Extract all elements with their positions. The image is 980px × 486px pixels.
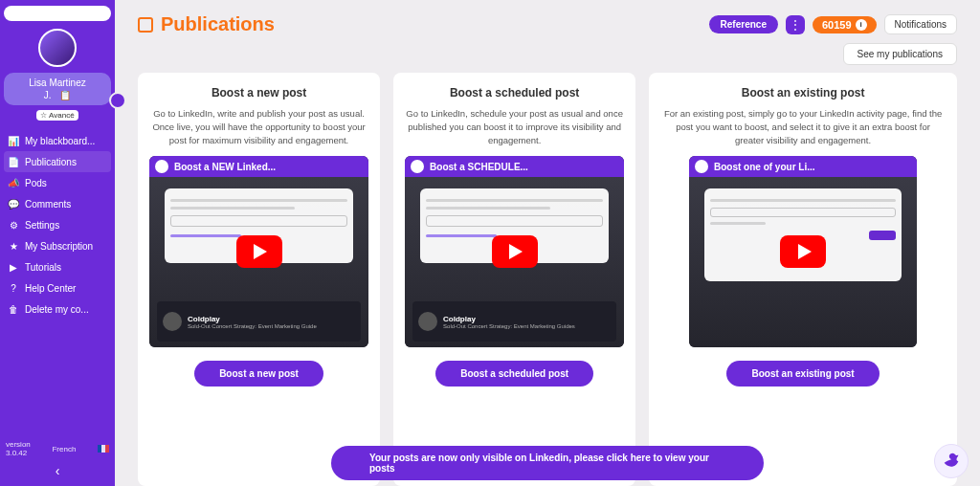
user-first-name: Lisa: [29, 77, 46, 88]
coin-balance[interactable]: 60159 i: [813, 16, 877, 33]
video-title: Boost a SCHEDULE...: [430, 162, 528, 172]
gear-icon: ⚙: [8, 219, 19, 231]
video-title: Boost one of your Li...: [714, 162, 815, 172]
nav-delete[interactable]: 🗑Delete my co...: [4, 298, 111, 320]
main-content: Publications Reference ⋮ 60159 i Notific…: [115, 0, 980, 486]
linkedin-banner[interactable]: Your posts are now only visible on Linke…: [331, 446, 764, 480]
video-channel-icon: [695, 160, 708, 173]
more-menu[interactable]: ⋮: [786, 15, 805, 34]
video-title: Boost a NEW Linked...: [174, 162, 276, 172]
card-title: Boost a new post: [212, 86, 306, 99]
topbar: Publications Reference ⋮ 60159 i Notific…: [138, 13, 957, 35]
version-label: version: [6, 440, 31, 449]
rank-badge: ☆ Avancé: [36, 110, 78, 121]
top-actions: Reference ⋮ 60159 i Notifications: [709, 14, 957, 34]
language-label[interactable]: French: [52, 445, 76, 453]
card-boost-new: Boost a new post Go to LinkedIn, write a…: [138, 73, 380, 486]
play-button-icon[interactable]: [780, 235, 826, 268]
video-channel-icon: [155, 160, 168, 173]
nav-help[interactable]: ?Help Center: [4, 277, 111, 298]
sidebar-footer: version 3.0.42 French: [4, 436, 111, 461]
card-title: Boost a scheduled post: [450, 86, 579, 99]
see-my-publications-button[interactable]: See my publications: [843, 43, 958, 65]
version-number: 3.0.42: [6, 449, 31, 457]
search-input[interactable]: [4, 6, 111, 21]
play-button-icon[interactable]: [492, 235, 538, 268]
notifications-button[interactable]: Notifications: [884, 14, 957, 34]
nav-tutorials[interactable]: ▶Tutorials: [4, 256, 111, 277]
tutorial-video-new[interactable]: Boost a NEW Linked... ColdplaySold-Out C…: [149, 156, 368, 347]
document-icon: 📄: [8, 156, 19, 167]
cards-row: Boost a new post Go to LinkedIn, write a…: [138, 73, 957, 486]
play-icon: ▶: [8, 261, 19, 273]
card-desc: Go to LinkedIn, write and publish your p…: [149, 107, 368, 146]
help-bubble[interactable]: [934, 444, 969, 478]
coin-amount: 60159: [822, 19, 852, 31]
chart-icon: 📊: [8, 135, 19, 146]
tutorial-video-existing[interactable]: Boost one of your Li...: [689, 156, 917, 347]
megaphone-icon: 📣: [8, 177, 19, 188]
avatar[interactable]: [38, 29, 77, 67]
card-boost-scheduled: Boost a scheduled post Go to LinkedIn, s…: [393, 73, 635, 486]
sidebar: Lisa Martinez J. 📋 ☆ Avancé 📊My blackboa…: [0, 0, 115, 486]
card-desc: Go to LinkedIn, schedule your post as us…: [405, 107, 624, 146]
card-desc: For an existing post, simply go to your …: [660, 107, 946, 146]
reference-button[interactable]: Reference: [709, 15, 778, 33]
user-last-name: Martinez: [49, 77, 85, 88]
user-initial: J.: [44, 90, 52, 100]
nav-pods[interactable]: 📣Pods: [4, 172, 111, 193]
nav-subscription[interactable]: ★My Subscription: [4, 235, 111, 256]
help-icon: ?: [8, 282, 19, 294]
flag-icon[interactable]: [98, 445, 109, 453]
info-icon[interactable]: i: [856, 19, 867, 31]
boost-new-post-button[interactable]: Boost a new post: [194, 361, 323, 387]
video-channel-icon: [411, 160, 424, 173]
nav-blackboard[interactable]: 📊My blackboard...: [4, 130, 111, 151]
comment-icon: 💬: [8, 198, 19, 210]
trash-icon: 🗑: [8, 303, 19, 315]
nav-publications[interactable]: 📄Publications: [4, 151, 111, 172]
nav-comments[interactable]: 💬Comments: [4, 193, 111, 214]
bird-icon: [941, 451, 962, 472]
play-button-icon[interactable]: [236, 235, 282, 268]
nav-list: 📊My blackboard... 📄Publications 📣Pods 💬C…: [4, 130, 111, 436]
user-name-pill: Lisa Martinez J. 📋: [4, 73, 111, 105]
tutorial-video-scheduled[interactable]: Boost a SCHEDULE... ColdplaySold-Out Con…: [405, 156, 624, 347]
card-boost-existing: Boost an existing post For an existing p…: [649, 73, 957, 486]
card-title: Boost an existing post: [742, 86, 865, 99]
page-title: Publications: [138, 13, 275, 35]
nav-settings[interactable]: ⚙Settings: [4, 214, 111, 235]
star-icon: ★: [8, 240, 19, 252]
collapse-sidebar[interactable]: ‹: [4, 461, 111, 480]
boost-existing-post-button[interactable]: Boost an existing post: [726, 361, 879, 387]
publications-icon: [138, 17, 153, 33]
boost-scheduled-post-button[interactable]: Boost a scheduled post: [435, 361, 593, 387]
